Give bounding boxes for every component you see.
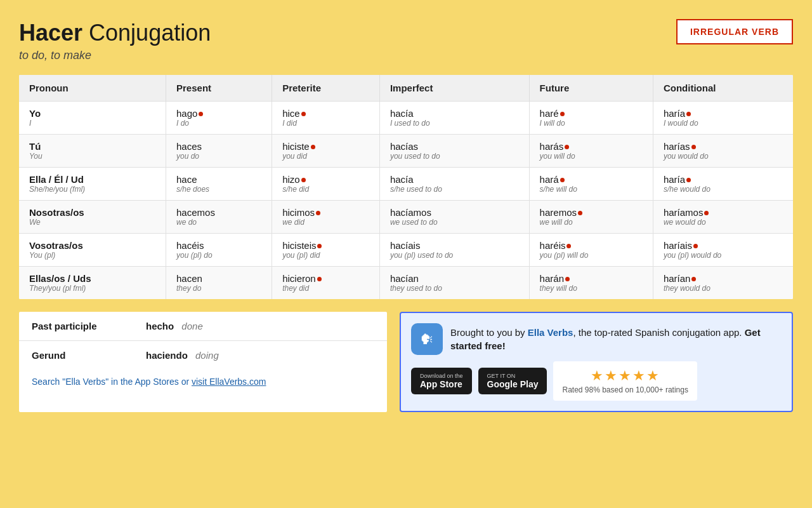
title-block: Hacer Conjugation to do, to make: [19, 19, 211, 62]
promo-icon: 🗣: [411, 323, 443, 355]
rating-box: ★★★★★ Rated 98% based on 10,000+ ratings: [553, 361, 697, 401]
conditional-cell: haríasyou would do: [653, 135, 793, 168]
conjugation-table-wrapper: Pronoun Present Preterite Imperfect Futu…: [19, 75, 793, 299]
table-row: Ella / Él / UdShe/he/you (fml)haces/he d…: [19, 168, 793, 201]
past-participle-value: hecho done: [133, 312, 387, 341]
bottom-section: Past participle hecho done Gerund hacien…: [19, 312, 793, 412]
imperfect-cell: hacíasyou used to do: [379, 135, 529, 168]
table-row: Nosotras/osWehacemoswe dohicimoswe didha…: [19, 201, 793, 234]
preterite-cell: hicimoswe did: [272, 201, 380, 234]
page-subtitle: to do, to make: [19, 49, 211, 62]
future-cell: haremoswe will do: [529, 201, 653, 234]
rating-text: Rated 98% based on 10,000+ ratings: [562, 385, 688, 394]
gerund-value: haciendo doing: [133, 341, 387, 370]
conditional-cell: harías/he would do: [653, 168, 793, 201]
irregular-badge: IRREGULAR VERB: [676, 19, 793, 44]
conditional-cell: haríaisyou (pl) would do: [653, 234, 793, 267]
present-cell: hacenthey do: [166, 267, 272, 300]
imperfect-cell: hacíaisyou (pl) used to do: [379, 234, 529, 267]
preterite-cell: hiceI did: [272, 102, 380, 135]
present-cell: hacéisyou (pl) do: [166, 234, 272, 267]
ella-verbs-link[interactable]: visit EllaVerbs.com: [192, 377, 266, 387]
table-row: TúYouhacesyou dohicisteyou didhacíasyou …: [19, 135, 793, 168]
google-small-text: GET IT ON: [487, 373, 516, 379]
app-store-small-text: Download on the: [420, 373, 463, 379]
table-row: YoIhagoI dohiceI didhacíaI used to dohar…: [19, 102, 793, 135]
ella-verbs-promo-link[interactable]: Ella Verbs: [528, 327, 573, 338]
preterite-cell: hicisteisyou (pl) did: [272, 234, 380, 267]
present-cell: hagoI do: [166, 102, 272, 135]
col-present: Present: [166, 75, 272, 102]
pronoun-cell: Nosotras/osWe: [19, 201, 166, 234]
promo-box: 🗣 Brought to you by Ella Verbs, the top-…: [400, 312, 793, 412]
pronoun-cell: Vosotras/osYou (pl): [19, 234, 166, 267]
present-cell: hacesyou do: [166, 135, 272, 168]
future-cell: harásyou will do: [529, 135, 653, 168]
col-pronoun: Pronoun: [19, 75, 166, 102]
pronoun-cell: TúYou: [19, 135, 166, 168]
conditional-cell: haríamoswe would do: [653, 201, 793, 234]
present-cell: hacemoswe do: [166, 201, 272, 234]
svg-text:🗣: 🗣: [420, 331, 434, 347]
imperfect-cell: hacíanthey used to do: [379, 267, 529, 300]
col-imperfect: Imperfect: [379, 75, 529, 102]
future-cell: haréI will do: [529, 102, 653, 135]
preterite-cell: hicisteyou did: [272, 135, 380, 168]
conditional-cell: haríanthey would do: [653, 267, 793, 300]
table-row: Vosotras/osYou (pl)hacéisyou (pl) dohici…: [19, 234, 793, 267]
imperfect-cell: hacías/he used to do: [379, 168, 529, 201]
gerund-label: Gerund: [19, 341, 133, 370]
pronoun-cell: Ella / Él / UdShe/he/you (fml): [19, 168, 166, 201]
conjugation-table: Pronoun Present Preterite Imperfect Futu…: [19, 75, 793, 299]
rating-stars: ★★★★★: [562, 368, 688, 384]
table-header-row: Pronoun Present Preterite Imperfect Futu…: [19, 75, 793, 102]
promo-text: Brought to you by Ella Verbs, the top-ra…: [450, 326, 782, 352]
app-store-big-text: App Store: [420, 379, 462, 389]
present-cell: haces/he does: [166, 168, 272, 201]
future-cell: haréisyou (pl) will do: [529, 234, 653, 267]
search-text: Search "Ella Verbs" in the App Stores or…: [32, 377, 266, 387]
promo-header: 🗣 Brought to you by Ella Verbs, the top-…: [411, 323, 782, 355]
page-title: Hacer Conjugation: [19, 19, 211, 46]
participle-section: Past participle hecho done Gerund hacien…: [19, 312, 387, 412]
imperfect-cell: hacíamoswe used to do: [379, 201, 529, 234]
google-play-button[interactable]: GET IT ON Google Play: [478, 368, 547, 394]
past-participle-row: Past participle hecho done: [19, 312, 387, 341]
col-future: Future: [529, 75, 653, 102]
col-conditional: Conditional: [653, 75, 793, 102]
preterite-cell: hicieronthey did: [272, 267, 380, 300]
past-participle-label: Past participle: [19, 312, 133, 341]
app-store-button[interactable]: Download on the App Store: [411, 368, 472, 394]
imperfect-cell: hacíaI used to do: [379, 102, 529, 135]
conditional-cell: haríaI would do: [653, 102, 793, 135]
participle-table: Past participle hecho done Gerund hacien…: [19, 312, 387, 370]
future-cell: harás/he will do: [529, 168, 653, 201]
google-big-text: Google Play: [487, 379, 539, 389]
page-header: Hacer Conjugation to do, to make IRREGUL…: [19, 19, 793, 62]
table-row: Ellas/os / UdsThey/you (pl fml)hacenthey…: [19, 267, 793, 300]
promo-buttons: Download on the App Store GET IT ON Goog…: [411, 361, 782, 401]
gerund-row: Gerund haciendo doing: [19, 341, 387, 370]
col-preterite: Preterite: [272, 75, 380, 102]
pronoun-cell: Ellas/os / UdsThey/you (pl fml): [19, 267, 166, 300]
future-cell: haránthey will do: [529, 267, 653, 300]
pronoun-cell: YoI: [19, 102, 166, 135]
preterite-cell: hizos/he did: [272, 168, 380, 201]
